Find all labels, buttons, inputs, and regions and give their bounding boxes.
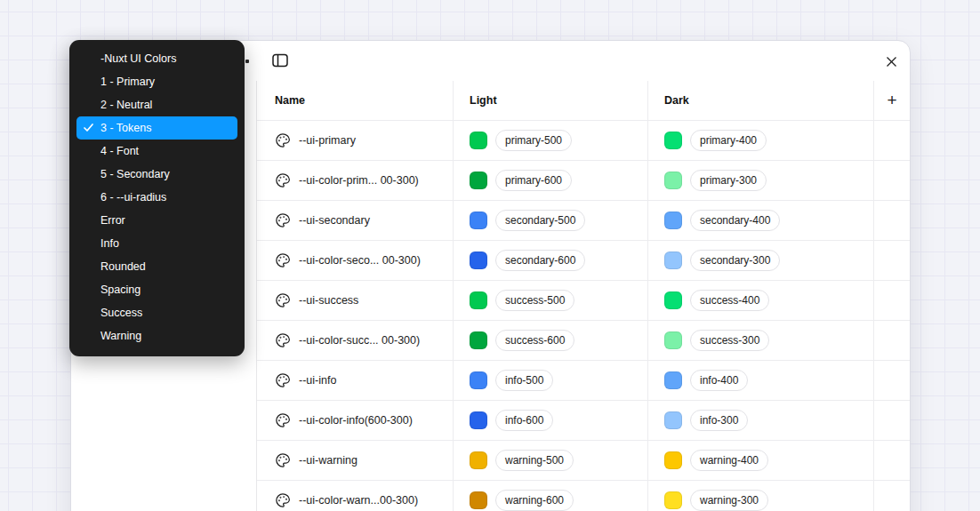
- dark-cell[interactable]: secondary-300: [648, 241, 874, 280]
- dropdown-menu-item[interactable]: -Nuxt UI Colors: [76, 47, 237, 70]
- color-swatch[interactable]: [664, 371, 682, 389]
- dropdown-menu-item[interactable]: Error: [76, 209, 237, 232]
- dropdown-menu-item[interactable]: 3 - Tokens: [76, 116, 237, 140]
- color-swatch[interactable]: [664, 212, 682, 229]
- dark-cell[interactable]: primary-300: [648, 161, 874, 200]
- dropdown-menu-item[interactable]: Success: [76, 301, 237, 324]
- name-cell[interactable]: --ui-color-info(600-300): [257, 401, 454, 440]
- name-cell[interactable]: --ui-success: [257, 281, 454, 320]
- color-swatch[interactable]: [470, 411, 487, 429]
- add-mode-button[interactable]: +: [880, 88, 904, 113]
- token-chip[interactable]: primary-500: [495, 130, 572, 151]
- token-chip[interactable]: warning-400: [690, 450, 768, 471]
- name-cell[interactable]: --ui-secondary: [257, 201, 454, 240]
- color-swatch[interactable]: [470, 252, 487, 269]
- color-swatch[interactable]: [664, 451, 682, 469]
- token-chip[interactable]: secondary-600: [495, 250, 585, 271]
- light-cell[interactable]: warning-600: [454, 481, 648, 511]
- color-swatch[interactable]: [664, 132, 682, 149]
- color-swatch[interactable]: [664, 411, 682, 429]
- dropdown-menu-item[interactable]: Warning: [76, 324, 237, 347]
- token-chip[interactable]: info-600: [495, 410, 553, 431]
- light-cell[interactable]: secondary-600: [454, 241, 648, 280]
- token-chip[interactable]: info-500: [495, 370, 553, 391]
- sidebar-toggle-button[interactable]: [268, 52, 293, 72]
- dropdown-menu-item[interactable]: 5 - Secondary: [76, 163, 237, 186]
- light-cell[interactable]: warning-500: [454, 441, 648, 480]
- color-swatch[interactable]: [470, 291, 487, 309]
- color-swatch[interactable]: [470, 132, 487, 149]
- close-button[interactable]: [880, 52, 903, 75]
- table-row: --ui-primary primary-500 primary-400: [257, 121, 910, 161]
- light-cell[interactable]: primary-500: [454, 121, 648, 160]
- dropdown-menu-item[interactable]: 6 - --ui-radius: [76, 186, 237, 209]
- light-cell[interactable]: success-600: [454, 321, 648, 360]
- name-cell[interactable]: --ui-color-warn...00-300): [257, 481, 454, 511]
- variable-name: --ui-color-info(600-300): [299, 414, 413, 427]
- variable-name: --ui-success: [299, 294, 358, 307]
- column-header-dark[interactable]: Dark: [648, 81, 874, 120]
- light-cell[interactable]: secondary-500: [454, 201, 648, 240]
- token-chip[interactable]: info-400: [690, 370, 748, 391]
- table-body: --ui-primary primary-500 primary-400: [257, 121, 910, 511]
- dark-cell[interactable]: primary-400: [648, 121, 874, 160]
- token-chip[interactable]: success-300: [690, 330, 769, 351]
- light-cell[interactable]: info-600: [454, 401, 648, 440]
- token-chip[interactable]: success-400: [690, 290, 769, 311]
- dropdown-menu-item[interactable]: 2 - Neutral: [76, 93, 237, 116]
- color-swatch[interactable]: [664, 331, 682, 349]
- dark-cell[interactable]: secondary-400: [648, 201, 874, 240]
- column-header-light[interactable]: Light: [454, 81, 648, 120]
- dark-cell[interactable]: success-300: [648, 321, 874, 360]
- token-chip[interactable]: secondary-300: [690, 250, 780, 271]
- name-cell[interactable]: --ui-color-seco... 00-300): [257, 241, 454, 280]
- color-swatch[interactable]: [470, 451, 487, 469]
- dropdown-menu-item[interactable]: Info: [76, 232, 237, 255]
- light-cell[interactable]: success-500: [454, 281, 648, 320]
- token-chip-label: warning-500: [505, 454, 564, 467]
- dark-cell[interactable]: success-400: [648, 281, 874, 320]
- dropdown-menu-item[interactable]: 4 - Font: [76, 140, 237, 163]
- column-header-name[interactable]: Name: [257, 81, 454, 120]
- name-cell[interactable]: --ui-info: [257, 361, 454, 400]
- dark-cell[interactable]: warning-300: [648, 481, 874, 511]
- token-chip[interactable]: warning-600: [495, 490, 574, 511]
- color-swatch[interactable]: [470, 212, 487, 229]
- token-chip[interactable]: success-600: [495, 330, 574, 351]
- token-chip[interactable]: warning-300: [690, 490, 768, 511]
- name-cell[interactable]: --ui-primary: [257, 121, 454, 160]
- color-swatch[interactable]: [470, 491, 487, 509]
- color-swatch[interactable]: [470, 331, 487, 349]
- token-chip-label: secondary-400: [700, 214, 770, 227]
- dropdown-menu-item[interactable]: Spacing: [76, 278, 237, 301]
- palette-icon: [275, 332, 291, 348]
- light-cell[interactable]: primary-600: [454, 161, 648, 200]
- dark-cell[interactable]: info-400: [648, 361, 874, 400]
- color-swatch[interactable]: [664, 172, 682, 189]
- token-chip[interactable]: secondary-500: [495, 210, 585, 231]
- token-chip[interactable]: primary-600: [495, 170, 572, 191]
- token-chip-label: secondary-600: [505, 254, 575, 267]
- dropdown-menu-item[interactable]: Rounded: [76, 255, 237, 278]
- name-cell[interactable]: --ui-warning: [257, 441, 454, 480]
- color-swatch[interactable]: [664, 491, 682, 509]
- name-cell[interactable]: --ui-color-prim... 00-300): [257, 161, 454, 200]
- color-swatch[interactable]: [664, 252, 682, 269]
- token-chip[interactable]: success-500: [495, 290, 574, 311]
- dropdown-menu-item[interactable]: 1 - Primary: [76, 70, 237, 93]
- light-cell[interactable]: info-500: [454, 361, 648, 400]
- token-chip[interactable]: primary-400: [690, 130, 767, 151]
- palette-icon: [275, 212, 291, 228]
- token-chip[interactable]: primary-300: [690, 170, 767, 191]
- token-chip[interactable]: secondary-400: [690, 210, 780, 231]
- color-swatch[interactable]: [664, 291, 682, 309]
- color-swatch[interactable]: [470, 371, 487, 389]
- token-chip[interactable]: warning-500: [495, 450, 574, 471]
- dark-cell[interactable]: warning-400: [648, 441, 874, 480]
- name-cell[interactable]: --ui-color-succ... 00-300): [257, 321, 454, 360]
- color-swatch[interactable]: [470, 172, 487, 189]
- empty-mode-cell: [874, 201, 910, 240]
- add-mode-column: +: [874, 81, 910, 120]
- token-chip[interactable]: info-300: [690, 410, 748, 431]
- dark-cell[interactable]: info-300: [648, 401, 874, 440]
